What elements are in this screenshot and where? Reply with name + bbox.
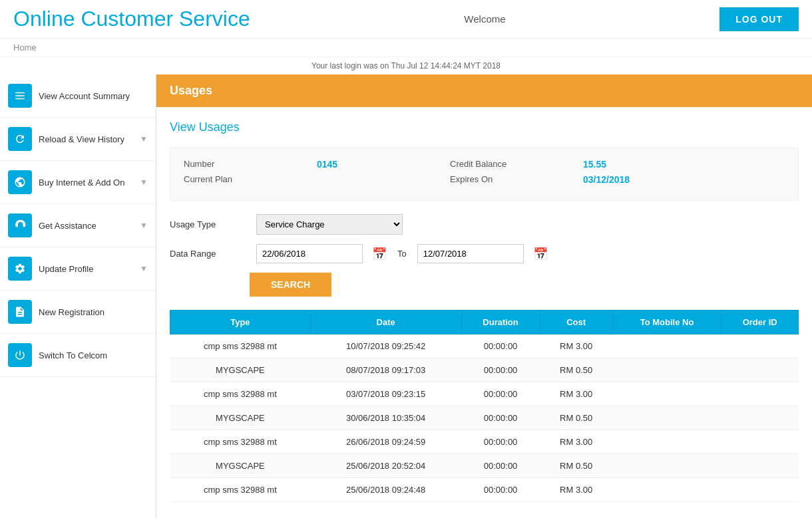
sidebar-item-reload-view-history[interactable]: Reload & View History ▼ <box>0 118 156 161</box>
sidebar: View Account Summary Reload & View Histo… <box>0 74 156 519</box>
table-cell-date: 30/06/2018 10:35:04 <box>310 406 461 430</box>
welcome-text: Welcome <box>464 13 505 25</box>
table-cell-to_mobile <box>612 430 721 454</box>
date-range-row: Data Range 📅 To 📅 <box>170 244 799 263</box>
table-cell-type: cmp sms 32988 mt <box>170 334 311 358</box>
reload-icon <box>8 127 32 151</box>
credit-balance-value-cell: 15.55 <box>583 159 716 174</box>
table-cell-to_mobile <box>612 478 721 502</box>
chevron-down-icon-assistance: ▼ <box>140 221 148 230</box>
content-area: Usages View Usages Number 0145 Credit Ba… <box>156 74 812 519</box>
table-cell-duration: 00:00:00 <box>461 382 540 406</box>
table-cell-duration: 00:00:00 <box>461 478 540 502</box>
main-layout: View Account Summary Reload & View Histo… <box>0 74 812 519</box>
table-cell-cost: RM 0.50 <box>540 358 612 382</box>
table-cell-type: MYGSCAPE <box>170 454 311 478</box>
table-cell-cost: RM 0.50 <box>540 406 612 430</box>
usage-type-row: Usage Type Service Charge Data Voice SMS <box>170 214 799 235</box>
breadcrumb: Home <box>0 39 812 57</box>
last-login-text: Your last login was on Thu Jul 12 14:44:… <box>0 57 812 74</box>
table-cell-cost: RM 0.50 <box>540 454 612 478</box>
calendar-to-icon[interactable]: 📅 <box>533 247 548 261</box>
expires-on-value-cell: 03/12/2018 <box>583 174 716 190</box>
table-cell-date: 10/07/2018 09:25:42 <box>310 334 461 358</box>
table-cell-date: 03/07/2018 09:23:15 <box>310 382 461 406</box>
sidebar-item-buy-internet-add-on[interactable]: Buy Internet & Add On ▼ <box>0 161 156 204</box>
table-cell-order_id <box>721 382 799 406</box>
sidebar-item-view-account-summary[interactable]: View Account Summary <box>0 74 156 118</box>
logout-button[interactable]: LOG OUT <box>719 7 799 31</box>
table-cell-type: cmp sms 32988 mt <box>170 430 311 454</box>
table-cell-to_mobile <box>612 382 721 406</box>
table-row: MYGSCAPE30/06/2018 10:35:0400:00:00RM 0.… <box>170 406 799 430</box>
breadcrumb-home[interactable]: Home <box>13 43 37 53</box>
table-cell-date: 08/07/2018 09:17:03 <box>310 358 461 382</box>
table-cell-duration: 00:00:00 <box>461 454 540 478</box>
sidebar-label-switch-to-celcom: Switch To Celcom <box>39 350 148 360</box>
sidebar-label-reload-view-history: Reload & View History <box>39 134 140 144</box>
current-plan-label-cell: Current Plan <box>184 174 317 190</box>
calendar-from-icon[interactable]: 📅 <box>372 247 387 261</box>
date-to-input[interactable] <box>417 244 524 263</box>
table-cell-date: 26/06/2018 09:24:59 <box>310 430 461 454</box>
globe-icon <box>8 170 32 194</box>
sidebar-label-view-account-summary: View Account Summary <box>39 91 148 101</box>
sidebar-label-buy-internet-add-on: Buy Internet & Add On <box>39 178 140 188</box>
table-cell-to_mobile <box>612 358 721 382</box>
sidebar-item-switch-to-celcom[interactable]: Switch To Celcom <box>0 334 156 377</box>
expires-on-label-cell: Expires On <box>450 174 583 190</box>
table-cell-order_id <box>721 334 799 358</box>
power-icon <box>8 343 32 367</box>
table-cell-type: cmp sms 32988 mt <box>170 382 311 406</box>
table-cell-duration: 00:00:00 <box>461 406 540 430</box>
table-cell-order_id <box>721 454 799 478</box>
sidebar-item-update-profile[interactable]: Update Profile ▼ <box>0 247 156 291</box>
to-label: To <box>397 249 407 259</box>
table-row: MYGSCAPE08/07/2018 09:17:0300:00:00RM 0.… <box>170 358 799 382</box>
number-value-cell: 0145 <box>317 159 450 174</box>
col-header-order-id: Order ID <box>721 311 799 334</box>
table-cell-order_id <box>721 478 799 502</box>
svg-rect-0 <box>15 92 25 94</box>
chevron-down-icon-reload: ▼ <box>140 134 148 144</box>
table-row: cmp sms 32988 mt25/06/2018 09:24:4800:00… <box>170 478 799 502</box>
info-grid: Number 0145 Credit Balance 15.55 Current… <box>170 148 799 201</box>
number-label: Number <box>184 159 317 174</box>
sidebar-label-new-registration: New Registration <box>39 307 148 317</box>
col-header-to-mobile: To Mobile No <box>612 311 721 334</box>
usages-table: Type Date Duration Cost To Mobile No Ord… <box>170 310 799 502</box>
table-cell-order_id <box>721 358 799 382</box>
sidebar-label-update-profile: Update Profile <box>39 264 140 274</box>
list-icon <box>8 84 32 108</box>
table-cell-type: cmp sms 32988 mt <box>170 478 311 502</box>
usage-type-label: Usage Type <box>170 219 250 229</box>
svg-rect-2 <box>15 98 25 100</box>
table-cell-cost: RM 3.00 <box>540 430 612 454</box>
col-header-date: Date <box>310 311 461 334</box>
table-cell-to_mobile <box>612 334 721 358</box>
table-row: cmp sms 32988 mt03/07/2018 09:23:1500:00… <box>170 382 799 406</box>
date-range-label: Data Range <box>170 249 250 259</box>
sidebar-item-get-assistance[interactable]: Get Assistance ▼ <box>0 204 156 247</box>
current-plan-value-cell <box>317 174 450 190</box>
sidebar-label-get-assistance: Get Assistance <box>39 221 140 231</box>
table-row: cmp sms 32988 mt26/06/2018 09:24:5900:00… <box>170 430 799 454</box>
usage-type-select[interactable]: Service Charge Data Voice SMS <box>256 214 403 235</box>
col-header-duration: Duration <box>461 311 540 334</box>
col-header-type: Type <box>170 311 311 334</box>
date-from-input[interactable] <box>256 244 363 263</box>
table-cell-duration: 00:00:00 <box>461 430 540 454</box>
chevron-down-icon-buy: ▼ <box>140 178 148 187</box>
table-cell-date: 25/06/2018 09:24:48 <box>310 478 461 502</box>
table-cell-type: MYGSCAPE <box>170 406 311 430</box>
table-cell-duration: 00:00:00 <box>461 358 540 382</box>
table-cell-order_id <box>721 406 799 430</box>
search-button[interactable]: SEARCH <box>250 273 331 297</box>
sidebar-item-new-registration[interactable]: New Registration <box>0 291 156 334</box>
svg-rect-1 <box>15 95 25 96</box>
view-usages-title: View Usages <box>170 120 799 134</box>
table-cell-cost: RM 3.00 <box>540 478 612 502</box>
page-header: Usages <box>156 74 812 107</box>
table-cell-date: 25/06/2018 20:52:04 <box>310 454 461 478</box>
app-title: Online Customer Service <box>13 7 250 31</box>
